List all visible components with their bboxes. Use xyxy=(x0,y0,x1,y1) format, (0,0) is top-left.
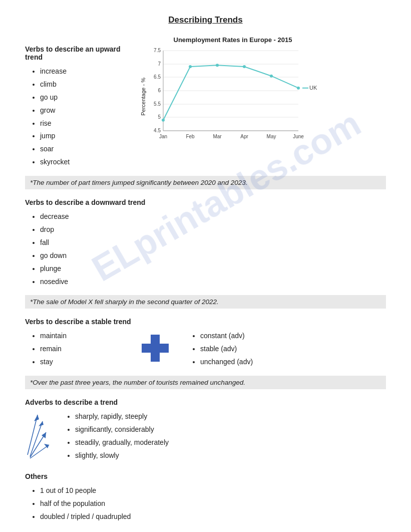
list-item: plunge xyxy=(40,262,386,276)
list-item: fall xyxy=(40,236,386,249)
list-item: maintain xyxy=(40,330,125,343)
adverbs-arrows xyxy=(25,410,55,462)
downward-note: *The sale of Model X fell sharply in the… xyxy=(25,295,386,309)
svg-point-26 xyxy=(270,75,273,78)
chart-title: Unemployment Rates in Europe - 2015 xyxy=(140,36,325,44)
stable-section-wrapper: Verbs to describe a stable trend maintai… xyxy=(25,318,386,369)
downward-section: Verbs to describe a downward trend decre… xyxy=(25,198,386,288)
svg-line-36 xyxy=(30,445,49,458)
svg-point-25 xyxy=(243,65,246,68)
list-item: go up xyxy=(40,91,135,104)
svg-text:Feb: Feb xyxy=(186,134,195,139)
list-item: climb xyxy=(40,78,135,91)
upward-heading: Verbs to describe an upward trend xyxy=(25,45,135,61)
line-chart: 7.5 7 6.5 6 5.5 5 4.5 Jan Feb Mar Apr Ma… xyxy=(148,46,318,146)
upward-list: increase climb go up grow rise jump soar… xyxy=(40,65,135,169)
list-item: constant (adv) xyxy=(200,330,386,343)
list-item: sharply, rapidly, steeply xyxy=(75,410,386,423)
svg-text:Apr: Apr xyxy=(240,134,248,139)
stable-left: maintain remain stay xyxy=(25,330,125,369)
svg-point-24 xyxy=(216,64,219,67)
svg-marker-35 xyxy=(42,432,46,438)
svg-text:4.5: 4.5 xyxy=(154,128,161,133)
stable-section: maintain remain stay constant (adv) stab… xyxy=(25,330,386,369)
list-item: stay xyxy=(40,356,125,369)
svg-text:5.5: 5.5 xyxy=(154,101,161,107)
list-item: steadily, gradually, moderately xyxy=(75,436,386,449)
stable-left-list: maintain remain stay xyxy=(40,330,125,369)
list-item: decrease xyxy=(40,210,386,223)
list-item: remain xyxy=(40,343,125,356)
others-heading: Others xyxy=(25,472,386,480)
svg-point-23 xyxy=(189,65,192,68)
y-axis-label: Percentage - % xyxy=(140,78,146,116)
list-item: rise xyxy=(40,117,135,130)
list-item: slightly, slowly xyxy=(75,449,386,462)
list-item: jump xyxy=(40,130,135,143)
trend-arrows-icon xyxy=(25,412,53,462)
others-list: 1 out of 10 people half of the populatio… xyxy=(40,484,386,523)
svg-text:7: 7 xyxy=(158,61,161,67)
others-section: Others 1 out of 10 people half of the po… xyxy=(25,472,386,523)
svg-text:Mar: Mar xyxy=(213,134,222,139)
list-item: nosedive xyxy=(40,276,386,289)
svg-text:6.5: 6.5 xyxy=(154,74,161,80)
svg-text:June: June xyxy=(293,134,304,139)
blue-cross-icon xyxy=(142,335,169,362)
stable-right: constant (adv) stable (adv) unchanged (a… xyxy=(185,330,386,369)
chart-inner: Percentage - % xyxy=(140,46,325,147)
page-title: Describing Trends xyxy=(25,15,386,25)
list-item: 1 out of 10 people xyxy=(40,484,386,497)
svg-point-27 xyxy=(297,87,300,90)
svg-marker-33 xyxy=(39,421,44,426)
downward-heading: Verbs to describe a downward trend xyxy=(25,198,386,206)
upward-list-col: Verbs to describe an upward trend increa… xyxy=(25,36,135,169)
stable-note: *Over the past three years, the number o… xyxy=(25,376,386,389)
svg-text:5: 5 xyxy=(158,114,161,120)
svg-text:7.5: 7.5 xyxy=(154,48,161,53)
adverbs-ul: sharply, rapidly, steeply significantly,… xyxy=(75,410,386,462)
adverbs-section-wrapper: Adverbs to describe a trend sharply, rap xyxy=(25,398,386,462)
list-item: stable (adv) xyxy=(200,343,386,356)
list-item: skyrocket xyxy=(40,156,135,169)
list-item: go down xyxy=(40,249,386,262)
chart-col: Unemployment Rates in Europe - 2015 Perc… xyxy=(140,36,386,147)
upward-note: *The number of part timers jumped signif… xyxy=(25,176,386,189)
svg-text:May: May xyxy=(267,134,276,139)
list-item: unchanged (adv) xyxy=(200,356,386,369)
adverbs-list: sharply, rapidly, steeply significantly,… xyxy=(60,410,386,462)
list-item: soar xyxy=(40,143,135,156)
list-item: grow xyxy=(40,104,135,117)
downward-list: decrease drop fall go down plunge nosedi… xyxy=(40,210,386,288)
list-item: significantly, considerably xyxy=(75,423,386,436)
svg-text:Jan: Jan xyxy=(159,134,167,139)
list-item: increase xyxy=(40,65,135,78)
stable-center xyxy=(135,330,175,362)
stable-heading: Verbs to describe a stable trend xyxy=(25,318,386,326)
adverbs-heading: Adverbs to describe a trend xyxy=(25,398,386,406)
list-item: doubled / tripled / quadrupled xyxy=(40,510,386,523)
svg-text:6: 6 xyxy=(158,88,161,93)
svg-point-22 xyxy=(162,119,165,122)
list-item: half of the population xyxy=(40,497,386,510)
chart-container: Unemployment Rates in Europe - 2015 Perc… xyxy=(140,36,325,147)
adverbs-section: sharply, rapidly, steeply significantly,… xyxy=(25,410,386,462)
stable-right-list: constant (adv) stable (adv) unchanged (a… xyxy=(200,330,386,369)
svg-text:UK: UK xyxy=(309,85,317,91)
upward-section: Verbs to describe an upward trend increa… xyxy=(25,36,386,169)
list-item: drop xyxy=(40,223,386,236)
chart-svg-wrapper: 7.5 7 6.5 6 5.5 5 4.5 Jan Feb Mar Apr Ma… xyxy=(148,46,325,147)
